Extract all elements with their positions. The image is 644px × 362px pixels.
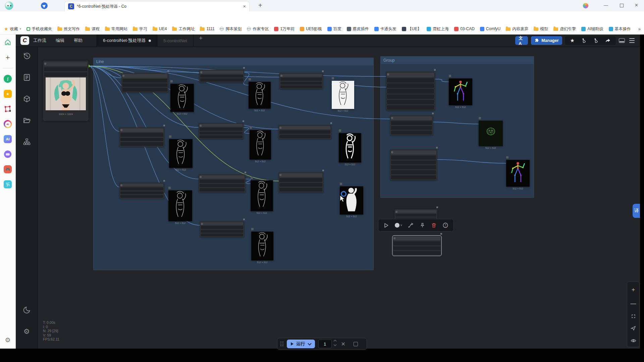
collapse-chip[interactable] <box>249 78 251 80</box>
collapse-chip[interactable] <box>120 129 122 131</box>
node-title-bar[interactable] <box>201 222 243 225</box>
node-widget[interactable] <box>120 142 163 146</box>
collapse-chip[interactable] <box>387 73 389 75</box>
load-image-node[interactable]: 1024 × 1024 <box>43 61 89 121</box>
bookmark-item[interactable]: 1111 <box>200 26 214 31</box>
collapse-chip[interactable] <box>395 211 397 213</box>
node-title-bar[interactable] <box>387 73 434 77</box>
node-widget[interactable] <box>201 226 243 229</box>
node-widget[interactable] <box>279 183 322 187</box>
node-widget[interactable] <box>120 195 163 198</box>
quick-access-icon[interactable] <box>41 2 48 9</box>
sidebar-history-icon[interactable] <box>22 52 31 60</box>
bookmark-item[interactable]: 作家专区 <box>247 26 269 32</box>
node-widget[interactable] <box>200 180 245 183</box>
node-widget[interactable] <box>387 95 434 99</box>
share-icon[interactable] <box>605 38 611 44</box>
node-widget[interactable] <box>120 187 163 190</box>
menu-help[interactable]: 帮助 <box>74 38 83 44</box>
graph-node[interactable] <box>119 127 164 147</box>
collapse-chip[interactable] <box>279 127 281 129</box>
star-icon[interactable]: ★ <box>570 38 575 44</box>
bookmark-item[interactable]: 手机收藏夹 <box>26 26 52 32</box>
node-widget[interactable] <box>44 72 87 76</box>
bookmark-item[interactable]: 03-CAD <box>454 26 475 31</box>
collapse-chip[interactable] <box>251 177 253 179</box>
collapse-chip[interactable] <box>44 63 46 65</box>
node-widget[interactable] <box>393 241 440 245</box>
node-widget[interactable] <box>387 83 434 88</box>
node-widget[interactable] <box>280 78 322 80</box>
node-widget[interactable] <box>122 88 167 92</box>
molecule-app-icon[interactable] <box>3 105 12 113</box>
run-button[interactable]: 运行 <box>287 340 315 348</box>
drag-handle-icon[interactable] <box>280 342 283 346</box>
bookmark-item[interactable]: 工作网址 <box>172 26 195 32</box>
sidebar-folder-icon[interactable] <box>22 116 31 125</box>
bookmark-item[interactable]: 课程 <box>85 26 100 32</box>
node-widget[interactable] <box>391 175 436 179</box>
node-widget[interactable] <box>391 161 436 165</box>
graph-node[interactable] <box>199 174 246 192</box>
bookmark-item[interactable]: 模型 <box>534 26 548 32</box>
node-widget[interactable] <box>391 156 436 160</box>
preview-image-node[interactable]: 512 × 512 <box>250 130 271 163</box>
node-widget[interactable] <box>120 133 163 137</box>
preview-image[interactable] <box>506 160 530 187</box>
collapse-chip[interactable] <box>200 71 202 73</box>
preview-image[interactable] <box>168 190 192 221</box>
node-title-bar[interactable] <box>279 126 330 129</box>
window-minimize-button[interactable]: — <box>604 3 608 8</box>
collapse-chip[interactable] <box>339 129 341 132</box>
collapse-chip[interactable] <box>280 75 282 77</box>
node-title-bar[interactable] <box>44 62 87 66</box>
preview-image-node[interactable]: 512 × 512 <box>169 139 193 171</box>
bookmark-item[interactable]: 霓虹上海 <box>427 26 449 32</box>
graph-node[interactable] <box>121 73 168 93</box>
preview-image-node[interactable]: 512 × 512 <box>251 232 273 263</box>
node-widget[interactable] <box>200 188 245 191</box>
preview-image-node[interactable]: 512 × 512 <box>339 133 361 166</box>
collapse-chip[interactable] <box>391 151 393 153</box>
collapse-chip[interactable] <box>250 126 252 129</box>
graph-node[interactable] <box>390 149 437 180</box>
run-count-input[interactable]: 1 <box>318 340 332 348</box>
node-widget[interactable] <box>201 234 243 236</box>
preview-image-node[interactable]: 512 × 512 <box>251 180 273 214</box>
collapse-chip[interactable] <box>391 117 393 119</box>
bookmark-item[interactable]: 常用网站 <box>105 26 127 32</box>
sidebar-workflow-icon[interactable] <box>22 137 31 146</box>
preview-image-node[interactable]: 512 × 512 <box>168 190 192 224</box>
node-widget[interactable] <box>279 178 322 182</box>
bookmarks-overflow[interactable]: » <box>636 26 641 32</box>
tab-5-controlnet[interactable]: 5-controlNet <box>157 35 194 47</box>
window-close-button[interactable]: ✕ <box>635 3 638 8</box>
menu-workflow[interactable]: 工作流 <box>33 38 46 44</box>
node-widget[interactable] <box>387 105 434 110</box>
browser-settings-gear-icon[interactable]: ⚙ <box>5 336 10 344</box>
node-widget[interactable] <box>387 78 434 82</box>
bookmark-item[interactable]: ComfyU <box>480 26 500 31</box>
count-spinner[interactable] <box>334 340 336 346</box>
sidebar-gear-icon[interactable]: ⚙ <box>22 327 31 336</box>
ai-ring-app-icon[interactable]: AI <box>3 120 12 128</box>
preview-image[interactable] <box>249 82 271 109</box>
node-widget[interactable] <box>122 83 167 87</box>
node-widget[interactable] <box>387 100 434 104</box>
collapse-chip[interactable] <box>200 176 202 178</box>
node-title-bar[interactable] <box>200 175 245 179</box>
pin-icon[interactable] <box>420 223 425 228</box>
selected-node[interactable] <box>392 236 441 256</box>
paw-icon[interactable] <box>583 3 588 8</box>
trash-icon[interactable] <box>431 223 437 228</box>
node-canvas[interactable]: LineGroup 1024 × 1024 512 × 512 512 × 51… <box>38 47 640 349</box>
node-widget[interactable] <box>201 230 243 233</box>
collapse-chip[interactable] <box>479 117 481 119</box>
fit-view-icon[interactable] <box>631 314 636 318</box>
collapse-chip[interactable] <box>169 135 171 138</box>
node-title-bar[interactable] <box>391 116 432 120</box>
node-widget[interactable] <box>200 135 243 138</box>
preview-image[interactable] <box>340 186 363 215</box>
node-widget[interactable] <box>200 128 243 130</box>
node-widget[interactable] <box>200 75 243 78</box>
